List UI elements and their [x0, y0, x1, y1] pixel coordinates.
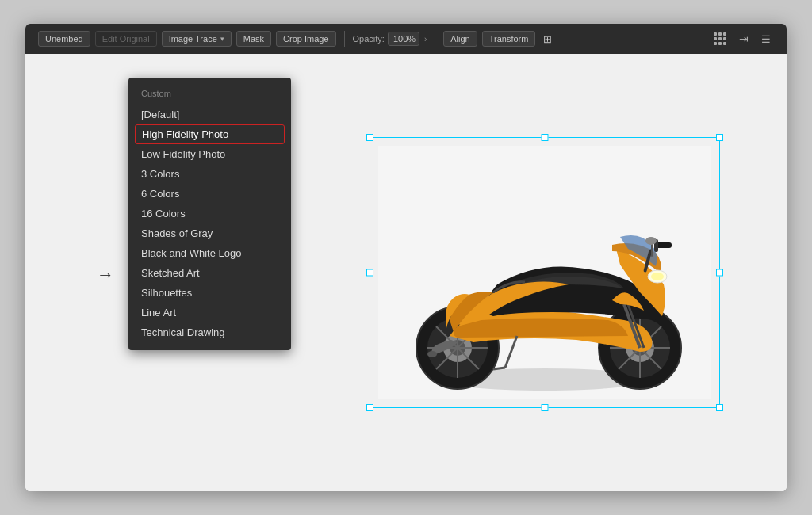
separator	[344, 31, 345, 47]
grid-view-icon[interactable]	[710, 31, 730, 47]
unembed-button[interactable]: Unembed	[38, 31, 90, 47]
menu-item-default[interactable]: [Default]	[128, 105, 291, 124]
arrange-icon[interactable]: ⇥	[736, 31, 752, 47]
align-button[interactable]: Align	[443, 31, 477, 47]
handle-top-right[interactable]	[716, 134, 723, 141]
handle-top-left[interactable]	[366, 134, 373, 141]
svg-point-24	[645, 237, 657, 245]
menu-item-high-fidelity[interactable]: High Fidelity Photo	[135, 124, 285, 144]
opacity-label: Opacity:	[353, 34, 385, 44]
edit-original-button: Edit Original	[95, 31, 157, 47]
menu-item-6-colors[interactable]: 6 Colors	[128, 184, 291, 204]
menu-group-label: Custom	[128, 86, 291, 105]
crop-image-button[interactable]: Crop Image	[276, 31, 335, 47]
menu-icon[interactable]: ☰	[758, 32, 774, 47]
image-trace-dropdown[interactable]: Image Trace ▾	[162, 31, 232, 47]
scooter-image	[378, 146, 711, 399]
main-content: → Custom [Default] High Fidelity Photo L…	[25, 54, 787, 491]
transform-icon[interactable]: ⊞	[540, 32, 555, 47]
transform-button[interactable]: Transform	[482, 31, 536, 47]
menu-item-sketched-art[interactable]: Sketched Art	[128, 263, 291, 283]
arrow-indicator: →	[97, 265, 114, 285]
svg-point-29	[427, 351, 437, 357]
selection-box	[370, 137, 720, 408]
svg-line-26	[493, 368, 505, 369]
menu-item-shades-of-gray[interactable]: Shades of Gray	[128, 223, 291, 243]
handle-middle-right[interactable]	[716, 269, 723, 277]
opacity-expand-icon[interactable]: ›	[424, 35, 427, 44]
toolbar: Unembed Edit Original Image Trace ▾ Mask…	[25, 24, 787, 54]
chevron-down-icon: ▾	[220, 35, 224, 43]
menu-item-line-art[interactable]: Line Art	[128, 303, 291, 322]
menu-item-16-colors[interactable]: 16 Colors	[128, 204, 291, 223]
svg-point-22	[651, 273, 664, 280]
separator-2	[435, 31, 435, 47]
canvas-area	[319, 70, 771, 475]
handle-middle-left[interactable]	[366, 269, 373, 277]
handle-bottom-left[interactable]	[366, 404, 373, 411]
image-trace-menu: Custom [Default] High Fidelity Photo Low…	[128, 78, 291, 350]
toolbar-right: ⇥ ☰	[710, 31, 774, 47]
opacity-control: Opacity: 100% ›	[353, 32, 427, 46]
handle-top-center[interactable]	[542, 134, 549, 141]
handle-bottom-right[interactable]	[716, 404, 723, 411]
menu-item-low-fidelity[interactable]: Low Fidelity Photo	[128, 144, 291, 164]
menu-item-black-white-logo[interactable]: Black and White Logo	[128, 243, 291, 263]
menu-item-silhouettes[interactable]: Silhouettes	[128, 283, 291, 303]
menu-item-technical-drawing[interactable]: Technical Drawing	[128, 322, 291, 342]
handle-bottom-center[interactable]	[542, 404, 549, 411]
app-window: Unembed Edit Original Image Trace ▾ Mask…	[25, 24, 787, 491]
mask-button[interactable]: Mask	[236, 31, 271, 47]
menu-item-3-colors[interactable]: 3 Colors	[128, 164, 291, 184]
opacity-value[interactable]: 100%	[388, 32, 419, 46]
